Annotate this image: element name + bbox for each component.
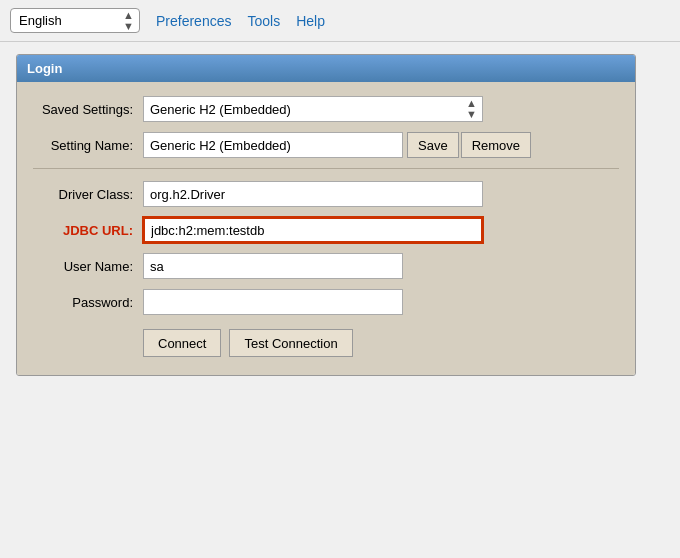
saved-settings-select[interactable]: Generic H2 (Embedded) Generic H2 (Server… <box>143 96 483 122</box>
setting-name-controls: Save Remove <box>143 132 531 158</box>
driver-class-label: Driver Class: <box>33 187 143 202</box>
saved-settings-row: Saved Settings: Generic H2 (Embedded) Ge… <box>33 96 619 122</box>
login-panel: Login Saved Settings: Generic H2 (Embedd… <box>16 54 636 376</box>
connect-button[interactable]: Connect <box>143 329 221 357</box>
menu-links: Preferences Tools Help <box>156 13 325 29</box>
tools-link[interactable]: Tools <box>247 13 280 29</box>
saved-settings-label: Saved Settings: <box>33 102 143 117</box>
save-button[interactable]: Save <box>407 132 459 158</box>
preferences-link[interactable]: Preferences <box>156 13 231 29</box>
menu-bar: English German French Spanish ▲ ▼ Prefer… <box>0 0 680 42</box>
driver-class-row: Driver Class: <box>33 181 619 207</box>
language-selector-wrapper: English German French Spanish ▲ ▼ <box>10 8 140 33</box>
setting-name-label: Setting Name: <box>33 138 143 153</box>
saved-settings-wrapper: Generic H2 (Embedded) Generic H2 (Server… <box>143 96 483 122</box>
user-name-label: User Name: <box>33 259 143 274</box>
jdbc-url-input[interactable] <box>143 217 483 243</box>
connect-row: Connect Test Connection <box>33 329 619 357</box>
separator <box>33 168 619 169</box>
panel-body: Saved Settings: Generic H2 (Embedded) Ge… <box>17 82 635 375</box>
password-row: Password: <box>33 289 619 315</box>
password-label: Password: <box>33 295 143 310</box>
jdbc-url-row: JDBC URL: <box>33 217 619 243</box>
panel-header: Login <box>17 55 635 82</box>
user-name-row: User Name: <box>33 253 619 279</box>
driver-class-input[interactable] <box>143 181 483 207</box>
language-select[interactable]: English German French Spanish <box>10 8 140 33</box>
setting-name-input[interactable] <box>143 132 403 158</box>
password-input[interactable] <box>143 289 403 315</box>
jdbc-url-label: JDBC URL: <box>33 223 143 238</box>
help-link[interactable]: Help <box>296 13 325 29</box>
setting-name-row: Setting Name: Save Remove <box>33 132 619 158</box>
remove-button[interactable]: Remove <box>461 132 531 158</box>
test-connection-button[interactable]: Test Connection <box>229 329 352 357</box>
panel-title: Login <box>27 61 62 76</box>
main-content: Login Saved Settings: Generic H2 (Embedd… <box>0 42 680 388</box>
user-name-input[interactable] <box>143 253 403 279</box>
